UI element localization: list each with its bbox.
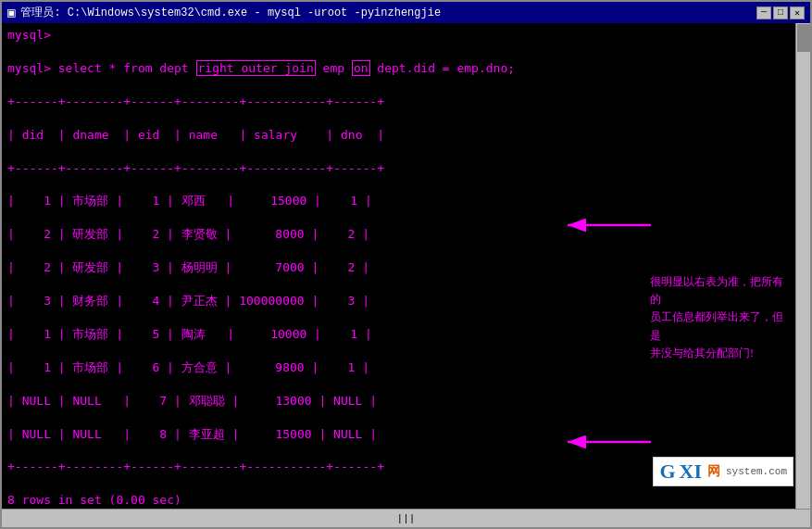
terminal[interactable]: mysql> mysql> select * from dept right o… (2, 23, 795, 509)
titlebar: ▣ 管理员: C:\Windows\system32\cmd.exe - mys… (2, 2, 810, 23)
titlebar-text: 管理员: C:\Windows\system32\cmd.exe - mysql… (20, 5, 441, 20)
cmd-window: ▣ 管理员: C:\Windows\system32\cmd.exe - mys… (0, 0, 812, 529)
content-area: mysql> mysql> select * from dept right o… (2, 23, 810, 509)
titlebar-buttons: ─ □ ✕ (756, 6, 805, 19)
row1-7: | NULL | NULL | 7 | 邓聪聪 | 13000 | NULL | (7, 393, 790, 409)
keyword-box-1: right outer join (196, 60, 316, 76)
row1-8: | NULL | NULL | 8 | 李亚超 | 15000 | NULL | (7, 426, 790, 443)
query1-line: mysql> select * from dept right outer jo… (7, 60, 790, 77)
scrollbar-thumb[interactable] (797, 24, 810, 52)
watermark-sys: system.com (726, 466, 787, 477)
scrollbar[interactable] (795, 23, 810, 509)
row1-2: | 2 | 研发部 | 2 | 李贤敬 | 8000 | 2 | (7, 226, 790, 243)
close-button[interactable]: ✕ (790, 6, 805, 19)
watermark: G XI 网 system.com (653, 457, 793, 486)
arrow-2 (549, 414, 660, 470)
watermark-xi: XI (680, 460, 702, 484)
watermark-g: G (659, 460, 675, 484)
prompt-line: mysql> (7, 27, 790, 44)
annotation: 很明显以右表为准，把所有的 员工信息都列举出来了，但是 并没与给其分配部门! (650, 273, 793, 362)
row1-1: | 1 | 市场部 | 1 | 邓西 | 15000 | 1 | (7, 193, 790, 209)
statusbar-text: ||| (6, 513, 806, 524)
maximize-button[interactable]: □ (773, 6, 788, 19)
cmd-icon: ▣ (7, 5, 15, 20)
divider1: +------+--------+------+--------+-------… (7, 94, 790, 110)
watermark-net: 网 (707, 463, 720, 480)
count1: 8 rows in set (0.00 sec) (7, 492, 790, 509)
minimize-button[interactable]: ─ (756, 6, 771, 19)
terminal-content: mysql> mysql> select * from dept right o… (7, 27, 790, 509)
statusbar: ||| (2, 509, 810, 527)
on-box-1: on (352, 60, 370, 76)
header1: | did | dname | eid | name | salary | dn… (7, 127, 790, 144)
divider2: +------+--------+------+--------+-------… (7, 160, 790, 177)
titlebar-title: ▣ 管理员: C:\Windows\system32\cmd.exe - mys… (7, 5, 441, 20)
